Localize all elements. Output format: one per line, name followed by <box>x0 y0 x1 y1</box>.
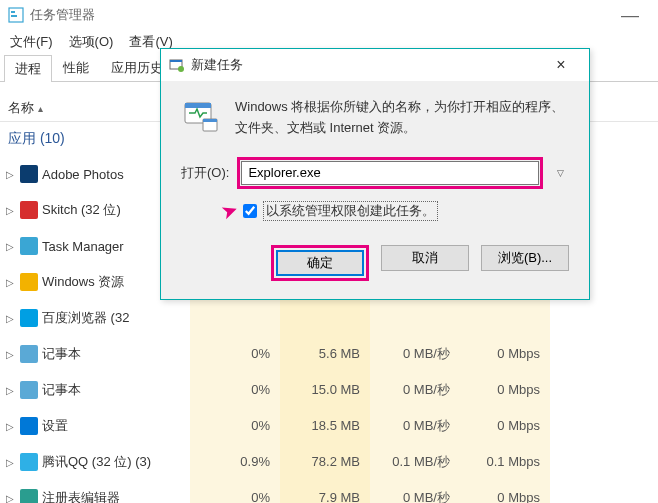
metric-net: 0 Mbps <box>460 372 550 408</box>
app-icon <box>20 165 38 183</box>
app-icon <box>20 417 38 435</box>
metric-disk <box>370 300 460 336</box>
table-row[interactable]: ▷设置0%18.5 MB0 MB/秒0 Mbps <box>0 408 658 444</box>
process-name: Windows 资源 <box>42 273 124 291</box>
metric-cells: 0%7.9 MB0 MB/秒0 Mbps <box>190 480 658 503</box>
new-task-dialog: 新建任务 × Windows 将根据你所键入的名称，为你打开相应的程序、文件夹、… <box>160 48 590 300</box>
table-row[interactable]: ▷注册表编辑器0%7.9 MB0 MB/秒0 Mbps <box>0 480 658 503</box>
app-icon <box>20 489 38 503</box>
metric-cpu: 0.9% <box>190 444 280 480</box>
process-name-cell: ▷腾讯QQ (32 位) (3) <box>0 453 190 471</box>
metric-mem: 78.2 MB <box>280 444 370 480</box>
metric-cpu: 0% <box>190 336 280 372</box>
annotation-arrow-icon: ➤ <box>217 196 241 224</box>
metric-disk: 0 MB/秒 <box>370 336 460 372</box>
metric-mem: 5.6 MB <box>280 336 370 372</box>
process-name: 注册表编辑器 <box>42 489 120 503</box>
app-icon <box>20 345 38 363</box>
admin-checkbox[interactable] <box>243 204 257 218</box>
svg-point-5 <box>178 66 184 72</box>
cancel-button[interactable]: 取消 <box>381 245 469 271</box>
metric-disk: 0 MB/秒 <box>370 480 460 503</box>
dialog-titlebar[interactable]: 新建任务 × <box>161 49 589 81</box>
metric-cpu <box>190 300 280 336</box>
expander-icon[interactable]: ▷ <box>4 457 16 468</box>
run-icon <box>181 97 221 137</box>
metric-mem <box>280 300 370 336</box>
app-icon <box>20 237 38 255</box>
metric-net: 0.1 Mbps <box>460 444 550 480</box>
process-name-cell: ▷记事本 <box>0 381 190 399</box>
process-name-cell: ▷百度浏览器 (32 <box>0 309 190 327</box>
expander-icon[interactable]: ▷ <box>4 349 16 360</box>
process-name: 记事本 <box>42 345 81 363</box>
expander-icon[interactable]: ▷ <box>4 313 16 324</box>
process-name: 腾讯QQ (32 位) (3) <box>42 453 151 471</box>
expander-icon[interactable]: ▷ <box>4 169 16 180</box>
metric-cells: 0%15.0 MB0 MB/秒0 Mbps <box>190 372 658 408</box>
process-name: 记事本 <box>42 381 81 399</box>
expander-icon[interactable]: ▷ <box>4 385 16 396</box>
process-name-cell: ▷注册表编辑器 <box>0 489 190 503</box>
minimize-button[interactable]: — <box>610 6 650 24</box>
app-icon <box>20 273 38 291</box>
table-row[interactable]: ▷百度浏览器 (32 <box>0 300 658 336</box>
app-icon <box>20 381 38 399</box>
metric-cpu: 0% <box>190 408 280 444</box>
metric-cpu: 0% <box>190 372 280 408</box>
metric-disk: 0.1 MB/秒 <box>370 444 460 480</box>
app-icon <box>20 453 38 471</box>
app-icon <box>20 201 38 219</box>
process-name: Task Manager <box>42 239 124 254</box>
command-input[interactable] <box>241 161 539 185</box>
process-name: Skitch (32 位) <box>42 201 121 219</box>
menu-file[interactable]: 文件(F) <box>4 31 59 53</box>
metric-net: 0 Mbps <box>460 408 550 444</box>
dialog-description: Windows 将根据你所键入的名称，为你打开相应的程序、文件夹、文档或 Int… <box>235 97 569 139</box>
ok-button[interactable]: 确定 <box>276 250 364 276</box>
metric-net <box>460 300 550 336</box>
metric-net: 0 Mbps <box>460 336 550 372</box>
svg-rect-7 <box>185 103 211 108</box>
process-name: Adobe Photos <box>42 167 124 182</box>
tab-processes[interactable]: 进程 <box>4 55 52 82</box>
app-icon <box>20 309 38 327</box>
process-name-cell: ▷记事本 <box>0 345 190 363</box>
metric-cells <box>190 300 658 336</box>
close-button[interactable]: × <box>541 56 581 74</box>
metric-cpu: 0% <box>190 480 280 503</box>
ok-highlight-box: 确定 <box>271 245 369 281</box>
process-name: 设置 <box>42 417 68 435</box>
run-dialog-icon <box>169 57 185 73</box>
admin-checkbox-label: 以系统管理权限创建此任务。 <box>263 201 438 221</box>
metric-mem: 18.5 MB <box>280 408 370 444</box>
input-highlight-box <box>237 157 543 189</box>
dialog-title: 新建任务 <box>191 56 243 74</box>
browse-button[interactable]: 浏览(B)... <box>481 245 569 271</box>
task-manager-icon <box>8 7 24 23</box>
expander-icon[interactable]: ▷ <box>4 421 16 432</box>
window-title: 任务管理器 <box>30 6 95 24</box>
process-name: 百度浏览器 (32 <box>42 309 129 327</box>
table-row[interactable]: ▷腾讯QQ (32 位) (3)0.9%78.2 MB0.1 MB/秒0.1 M… <box>0 444 658 480</box>
process-name-cell: ▷设置 <box>0 417 190 435</box>
metric-disk: 0 MB/秒 <box>370 408 460 444</box>
expander-icon[interactable]: ▷ <box>4 241 16 252</box>
svg-rect-4 <box>170 60 182 62</box>
table-row[interactable]: ▷记事本0%15.0 MB0 MB/秒0 Mbps <box>0 372 658 408</box>
tab-performance[interactable]: 性能 <box>52 54 100 81</box>
dropdown-arrow-icon[interactable]: ▽ <box>551 168 569 178</box>
expander-icon[interactable]: ▷ <box>4 493 16 504</box>
metric-cells: 0%18.5 MB0 MB/秒0 Mbps <box>190 408 658 444</box>
svg-rect-2 <box>11 15 17 17</box>
metric-cells: 0%5.6 MB0 MB/秒0 Mbps <box>190 336 658 372</box>
svg-rect-9 <box>203 119 217 122</box>
metric-mem: 7.9 MB <box>280 480 370 503</box>
expander-icon[interactable]: ▷ <box>4 205 16 216</box>
metric-mem: 15.0 MB <box>280 372 370 408</box>
menu-options[interactable]: 选项(O) <box>63 31 120 53</box>
svg-rect-1 <box>11 11 15 13</box>
expander-icon[interactable]: ▷ <box>4 277 16 288</box>
open-label: 打开(O): <box>181 164 229 182</box>
table-row[interactable]: ▷记事本0%5.6 MB0 MB/秒0 Mbps <box>0 336 658 372</box>
